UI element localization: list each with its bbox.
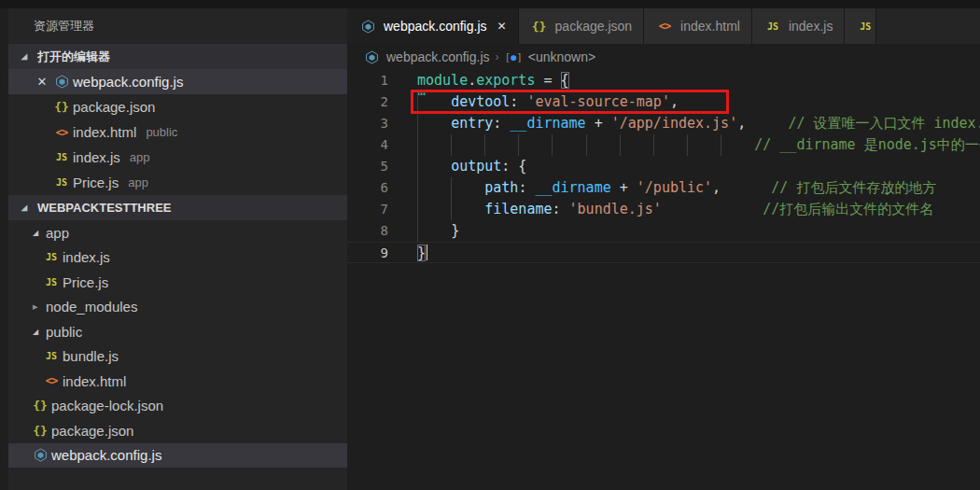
json-icon: {} xyxy=(530,20,549,34)
open-editor-item-webpack.config.js[interactable]: ✕webpack.config.js xyxy=(8,69,347,94)
code-line-3[interactable]: 3 entry: __dirname + '/app/index.js', //… xyxy=(347,113,980,134)
open-editor-item-index.html[interactable]: <>index.htmlpublic xyxy=(8,119,347,145)
line-number: 4 xyxy=(347,134,388,156)
close-icon[interactable]: ✕ xyxy=(497,20,507,33)
indent-guide xyxy=(417,134,418,156)
window-top-strip xyxy=(0,0,980,8)
code-token: __dirname xyxy=(535,179,610,196)
webpack-icon xyxy=(358,20,377,34)
workspace-section-header[interactable]: ◢ WEBPACKTESTTHREE xyxy=(8,195,347,220)
tab-index.html[interactable]: <>index.html xyxy=(644,8,752,44)
open-editors-header-label: 打开的编辑器 xyxy=(37,49,110,65)
indent-guide xyxy=(687,134,688,156)
file-label: webpack.config.js xyxy=(51,447,161,463)
code-token: output xyxy=(451,158,501,175)
code-editor[interactable]: 1…module.exports = {2 devtool: 'eval-sou… xyxy=(347,70,980,263)
twistie-collapsed-icon[interactable]: ▸ xyxy=(33,301,42,313)
indent-guide xyxy=(417,177,418,199)
js-icon: JS xyxy=(856,21,875,32)
html-icon: <> xyxy=(42,374,61,387)
code-line-5[interactable]: 5 output: { xyxy=(347,156,980,177)
indent-guide xyxy=(721,134,721,156)
text-cursor xyxy=(427,245,427,260)
folder-badge: app xyxy=(130,150,150,164)
line-number: 5 xyxy=(347,156,388,177)
webpack-icon xyxy=(31,448,49,462)
code-token: // __dirname 是node.js中的一个全局变量 xyxy=(754,136,980,153)
json-icon: {} xyxy=(31,424,49,438)
breadcrumb-symbol[interactable]: <unknown> xyxy=(528,49,595,64)
code-line-9[interactable]: 9} xyxy=(347,242,980,263)
indent-guide xyxy=(417,220,418,242)
tab-label: webpack.config.js xyxy=(384,19,487,34)
tree-folder-app[interactable]: ◢app xyxy=(8,220,347,245)
tab-label: index.js xyxy=(789,19,833,34)
open-editor-item-Price.js[interactable]: JSPrice.jsapp xyxy=(8,170,347,195)
code-line-8[interactable]: 8 } xyxy=(347,220,980,242)
tree-folder-node_modules[interactable]: ▸node_modules xyxy=(8,295,347,320)
webpack-icon xyxy=(52,75,71,89)
code-token xyxy=(417,222,451,239)
indent-guide xyxy=(518,134,519,156)
folder-label: node_modules xyxy=(46,299,137,315)
breadcrumb-file[interactable]: webpack.config.js xyxy=(386,49,490,64)
breadcrumb[interactable]: webpack.config.js › [●] <unknown> xyxy=(347,44,980,70)
code-token: '/app/index.js' xyxy=(611,115,737,132)
tree-file-Price.js[interactable]: JSPrice.js xyxy=(8,270,347,295)
code-line-1[interactable]: 1…module.exports = { xyxy=(347,70,980,91)
twistie-expanded-icon: ◢ xyxy=(21,52,31,61)
js-icon: JS xyxy=(52,177,71,188)
open-editor-item-package.json[interactable]: {}package.json xyxy=(8,94,347,119)
line-number: 8 xyxy=(347,220,388,242)
indent-guide xyxy=(417,156,418,177)
code-line-2[interactable]: 2 devtool: 'eval-source-map', xyxy=(347,91,980,113)
indent-guide xyxy=(451,177,452,199)
sidebar-title-label: 资源管理器 xyxy=(34,18,94,35)
line-number: 7 xyxy=(347,199,388,220)
webpack-icon xyxy=(362,50,381,64)
code-line-6[interactable]: 6 path: __dirname + '/public', // 打包后文件存… xyxy=(347,177,980,199)
code-token: exports xyxy=(476,72,535,89)
code-line-7[interactable]: 7 filename: 'bundle.js' //打包后输出文件的文件名 xyxy=(347,199,980,220)
tree-file-index.js[interactable]: JSindex.js xyxy=(8,245,347,271)
tree-file-index.html[interactable]: <>index.html xyxy=(8,369,347,394)
code-token: : xyxy=(493,115,510,132)
open-editors-list: ✕webpack.config.js{}package.json<>index.… xyxy=(8,69,347,195)
folder-label: public xyxy=(46,324,82,340)
tree-file-webpack.config.js[interactable]: webpack.config.js xyxy=(8,443,347,469)
tab-bar: webpack.config.js✕{}package.json<>index.… xyxy=(347,8,980,44)
tree-file-package-lock.json[interactable]: {}package-lock.json xyxy=(8,394,347,419)
folder-badge: app xyxy=(128,175,148,189)
close-icon[interactable]: ✕ xyxy=(32,75,52,89)
code-token: // 打包后文件存放的地方 xyxy=(771,179,936,196)
code-token xyxy=(662,201,763,217)
editor-group: webpack.config.js✕{}package.json<>index.… xyxy=(347,8,980,490)
code-token xyxy=(417,115,451,132)
chevron-right-icon: › xyxy=(496,50,499,63)
sidebar-title: 资源管理器 xyxy=(8,8,347,44)
open-editors-section-header[interactable]: ◢ 打开的编辑器 xyxy=(8,44,347,69)
code-token: . xyxy=(468,72,476,89)
file-label: package-lock.json xyxy=(51,398,163,413)
line-number: 6 xyxy=(347,177,388,199)
twistie-expanded-icon[interactable]: ◢ xyxy=(33,229,42,237)
open-editor-item-index.js[interactable]: JSindex.jsapp xyxy=(8,145,347,170)
tab-package.json[interactable]: {}package.json xyxy=(519,8,645,44)
code-line-4[interactable]: 4 // __dirname 是node.js中的一个全局变量 xyxy=(347,134,980,156)
indent-guide xyxy=(451,199,452,220)
tree-file-bundle.js[interactable]: JSbundle.js xyxy=(8,344,347,370)
twistie-expanded-icon[interactable]: ◢ xyxy=(33,328,42,336)
indent-guide xyxy=(586,134,587,156)
tab-index.js[interactable]: JSindex.js xyxy=(752,8,845,44)
tree-file-package.json[interactable]: {}package.json xyxy=(8,418,347,443)
tab-webpack.config.js[interactable]: webpack.config.js✕ xyxy=(347,8,519,44)
code-token: : { xyxy=(501,158,526,175)
tab-partial[interactable]: JS xyxy=(845,8,876,44)
file-label: bundle.js xyxy=(63,348,119,364)
tree-folder-public[interactable]: ◢public xyxy=(8,319,347,344)
indent-guide xyxy=(484,134,485,156)
file-label: index.html xyxy=(63,373,126,389)
html-icon: <> xyxy=(52,126,71,139)
file-label: index.js xyxy=(63,249,110,265)
activity-bar-edge xyxy=(0,8,8,490)
